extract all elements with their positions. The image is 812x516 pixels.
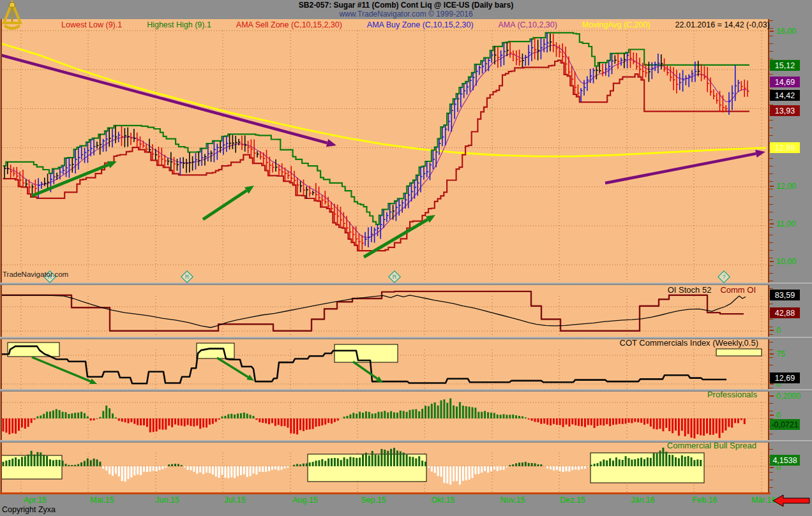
trade-navigator-logo-icon <box>1 0 23 31</box>
axis-label: 10,00 <box>770 257 796 266</box>
price-value-box: 14,69 <box>770 77 800 87</box>
series-oi-stoch-52 <box>2 295 746 328</box>
pane-title: COT Commercials Index (Weekly,0.5) <box>620 338 758 348</box>
axis-label: 16,00 <box>770 27 796 36</box>
legend-item: AMA (C,10,2,30) <box>499 20 557 29</box>
price-value-box: 12,99 <box>770 142 800 153</box>
indicator-legend: Lowest Low (9).1Highest High (9).1AMA Se… <box>61 20 770 29</box>
price-value-box: 83,59 <box>770 290 800 300</box>
axis-label: 12,00 <box>770 182 796 191</box>
pane-title-label: Professionals <box>707 390 757 399</box>
highlight-box <box>308 454 426 482</box>
purple-trend-arrows <box>0 55 765 183</box>
axis-label: 75 <box>770 350 785 358</box>
legend-item: AMA Buy Zone (C,10,15,2,30) <box>367 20 474 29</box>
price-value-box: 14,42 <box>770 90 800 101</box>
professionals-histogram <box>3 399 746 439</box>
svg-text:?: ? <box>722 274 725 280</box>
price-value-box: 15,12 <box>770 60 800 71</box>
application-window: SB2-057: Sugar #11 (Comb) Cont Liq @ ICE… <box>0 0 812 516</box>
oi-stoch-pane <box>2 291 746 331</box>
legend-item: Highest High (9).1 <box>147 20 211 29</box>
highlight-box <box>8 343 59 357</box>
price-pane <box>0 33 766 257</box>
axis-label: 0 <box>770 326 781 335</box>
legend-item: MovingAvg (C,200) <box>582 20 650 29</box>
svg-text:R: R <box>185 274 190 280</box>
pane-title: Professionals <box>707 390 757 399</box>
price-value-box: -0,0721 <box>770 419 800 430</box>
series-comm-oi <box>2 291 744 331</box>
legend-item: 22.01.2016 = 14,42 (-0,03) <box>675 20 770 29</box>
svg-text:R: R <box>393 274 397 280</box>
chart-canvas[interactable]: RRR? <box>0 0 812 516</box>
rollover-marker[interactable]: R <box>389 271 400 283</box>
cot-commercials-pane <box>2 343 762 384</box>
legend-item: Lowest Low (9).1 <box>61 20 122 29</box>
rollover-marker[interactable]: ? <box>718 271 730 283</box>
price-value-box: 13,93 <box>770 105 800 116</box>
pane-title-label: Commercial Bull Spread <box>667 441 756 450</box>
price-bars <box>4 33 749 251</box>
rollover-marker[interactable]: R <box>181 271 193 283</box>
price-value-box: 4,1538 <box>770 455 800 466</box>
pane-title-label: OI Stoch 52 <box>668 285 712 295</box>
pane-title-label: Comm OI <box>720 285 756 295</box>
axis-label: 0,2000 <box>770 392 801 401</box>
scroll-left-arrow-icon[interactable] <box>773 495 809 506</box>
highlight-box <box>716 349 762 356</box>
axis-label: 0 <box>770 411 781 420</box>
pane-title: OI Stoch 52Comm OI <box>668 285 756 295</box>
legend-item: AMA Sell Zone (C,10,15,2,30) <box>236 20 342 29</box>
highest-high-line <box>3 33 749 225</box>
pane-title-label: COT Commercials Index (Weekly,0.5) <box>620 338 758 348</box>
price-value-box: 12,69 <box>770 372 800 383</box>
highlight-box <box>590 453 704 483</box>
pane-title: Commercial Bull Spread <box>667 441 756 450</box>
axis-label: 11,00 <box>770 219 795 228</box>
price-value-box: 42,88 <box>770 307 800 318</box>
watermark: TradeNavigator.com <box>3 270 68 278</box>
